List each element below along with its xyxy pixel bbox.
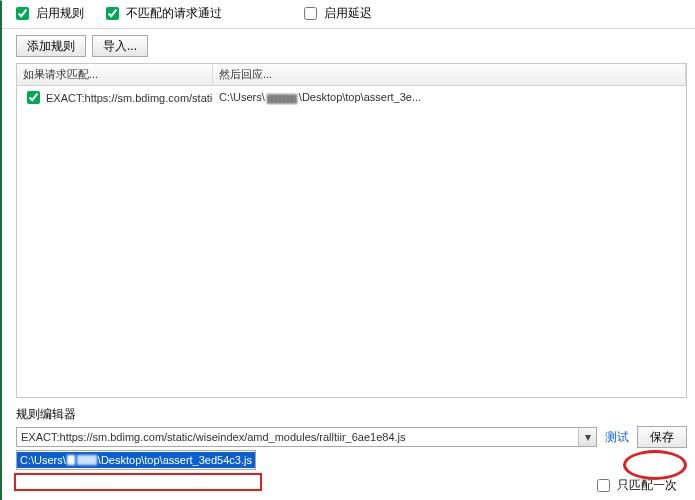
response-path-input[interactable]: C:\Users\\Desktop\top\assert_3ed54c3.js <box>16 450 256 470</box>
enable-rules-label: 启用规则 <box>36 5 84 22</box>
redacted-icon <box>67 455 75 465</box>
toolbar: 添加规则 导入... <box>2 29 695 63</box>
rules-list-body[interactable]: EXACT:https://sm.bdimg.com/static/wisein… <box>17 86 686 397</box>
rules-list: 如果请求匹配... 然后回应... EXACT:https://sm.bdimg… <box>16 63 687 398</box>
path-seg1: C:\Users\ <box>20 454 66 466</box>
pass-unmatched-label: 不匹配的请求通过 <box>126 5 222 22</box>
row-respond-cell: C:\Users\\Desktop\top\assert_3e... <box>213 90 686 104</box>
row-enable-checkbox[interactable] <box>27 91 40 104</box>
match-once-checkbox[interactable]: 只匹配一次 <box>597 477 677 494</box>
row-match-text: EXACT:https://sm.bdimg.com/static/wisein… <box>46 92 213 104</box>
rule-editor: 规则编辑器 ▾ 测试 保存 C:\Users\\Desktop\top\asse… <box>2 402 695 477</box>
enable-delay-label: 启用延迟 <box>324 5 372 22</box>
add-rule-button[interactable]: 添加规则 <box>16 35 86 57</box>
pass-unmatched-checkbox[interactable]: 不匹配的请求通过 <box>106 5 222 22</box>
chevron-down-icon: ▾ <box>585 430 591 444</box>
rule-url-combo[interactable]: ▾ <box>16 427 597 447</box>
row-respond-suffix: \Desktop\top\assert_3e... <box>299 91 421 103</box>
response-path-selected: C:\Users\\Desktop\top\assert_3ed54c3.js <box>17 452 255 468</box>
path-seg2: \Desktop\top\assert_3ed54c3.js <box>98 454 252 466</box>
rule-url-input[interactable] <box>17 428 578 446</box>
rule-url-dropdown-button[interactable]: ▾ <box>578 428 596 446</box>
table-row[interactable]: EXACT:https://sm.bdimg.com/static/wisein… <box>17 86 686 109</box>
redacted-icon <box>267 94 297 104</box>
rule-editor-label: 规则编辑器 <box>16 404 687 425</box>
column-header-respond[interactable]: 然后回应... <box>213 64 686 85</box>
row-match-cell: EXACT:https://sm.bdimg.com/static/wisein… <box>17 87 213 108</box>
enable-delay-checkbox[interactable]: 启用延迟 <box>304 5 372 22</box>
top-options-bar: 启用规则 不匹配的请求通过 启用延迟 <box>2 1 695 29</box>
rules-list-header: 如果请求匹配... 然后回应... <box>17 64 686 86</box>
save-button[interactable]: 保存 <box>637 426 687 448</box>
enable-rules-checkbox[interactable]: 启用规则 <box>16 5 84 22</box>
column-header-match[interactable]: 如果请求匹配... <box>17 64 213 85</box>
import-button[interactable]: 导入... <box>92 35 148 57</box>
row-respond-prefix: C:\Users\ <box>219 91 265 103</box>
test-link[interactable]: 测试 <box>601 429 633 446</box>
footer: 只匹配一次 <box>2 477 695 500</box>
redacted-icon <box>77 455 97 465</box>
match-once-label: 只匹配一次 <box>617 477 677 494</box>
